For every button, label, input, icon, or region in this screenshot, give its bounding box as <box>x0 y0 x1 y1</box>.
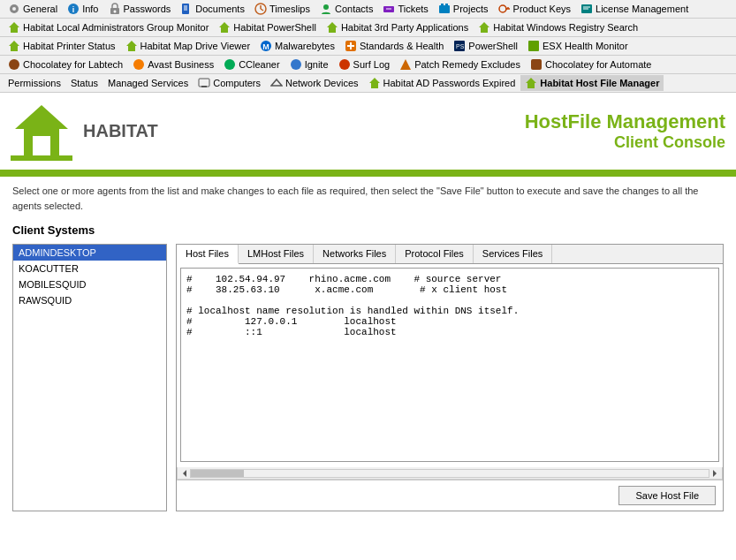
tab-protocol-files[interactable]: Protocol Files <box>396 245 474 263</box>
tab-bar: Host Files LMHost Files Networks Files P… <box>177 245 723 264</box>
client-list-item-admindesktop[interactable]: ADMINDESKTOP <box>13 245 166 261</box>
nav-malwarebytes[interactable]: M Malwarebytes <box>255 38 339 54</box>
nav-permissions[interactable]: Permissions <box>4 76 65 90</box>
nav-habitat-printer-status[interactable]: Habitat Printer Status <box>4 38 120 54</box>
client-list: ADMINDESKTOP KOACUTTER MOBILESQUID RAWSQ… <box>12 244 167 511</box>
svg-point-1 <box>12 7 16 11</box>
client-list-item-rawsquid[interactable]: RAWSQUID <box>13 292 166 308</box>
nav-row-5: Permissions Status Managed Services Comp… <box>0 74 736 93</box>
title-main: HostFile Management <box>525 110 725 133</box>
scroll-track[interactable] <box>190 469 709 478</box>
main-content: Select one or more agents from the list … <box>0 177 736 518</box>
header: HABITAT HostFile Management Client Conso… <box>0 93 736 172</box>
file-editor-textarea[interactable] <box>180 268 719 462</box>
instruction-text: Select one or more agents from the list … <box>12 184 724 213</box>
scroll-right-icon[interactable] <box>709 468 720 479</box>
nav-row-3: Habitat Printer Status Habitat Map Drive… <box>0 37 736 56</box>
svg-marker-49 <box>369 78 380 88</box>
svg-marker-50 <box>526 78 536 88</box>
svg-point-42 <box>291 59 301 70</box>
scroll-thumb <box>191 470 244 477</box>
file-editor-area <box>177 264 723 467</box>
svg-text:i: i <box>72 5 75 14</box>
svg-marker-54 <box>183 470 186 477</box>
nav-general[interactable]: General <box>4 1 62 17</box>
nav-patch-remedy[interactable]: Patch Remedy Excludes <box>395 57 525 72</box>
svg-marker-29 <box>9 41 19 51</box>
nav-surf-log[interactable]: Surf Log <box>334 57 395 72</box>
svg-point-19 <box>499 5 506 12</box>
nav-managed-services[interactable]: Managed Services <box>103 76 193 90</box>
nav-passwords[interactable]: Passwords <box>104 1 176 17</box>
nav-habitat-powershell[interactable]: Habitat PowerShell <box>214 19 321 35</box>
nav-habitat-ad-passwords[interactable]: Habitat AD Passwords Expired <box>364 75 520 91</box>
nav-ignite[interactable]: Ignite <box>285 57 333 72</box>
nav-status[interactable]: Status <box>66 76 102 90</box>
svg-marker-44 <box>400 59 411 70</box>
nav-habitat-local-admin[interactable]: Habitat Local Administrators Group Monit… <box>4 19 213 35</box>
nav-chocolatey-automate[interactable]: Chocolatey for Automate <box>526 57 656 72</box>
tab-lmhost-files[interactable]: LMHost Files <box>239 245 314 263</box>
nav-standards-health[interactable]: Standards & Health <box>340 38 448 54</box>
title-sub: Client Console <box>525 133 725 152</box>
nav-tickets[interactable]: Tickets <box>378 1 432 17</box>
nav-esx-health[interactable]: ESX Health Monitor <box>523 38 633 54</box>
svg-rect-16 <box>439 5 450 13</box>
nav-license-management[interactable]: License Management <box>576 1 693 17</box>
file-editor-panel: Host Files LMHost Files Networks Files P… <box>176 244 724 511</box>
content-area: ADMINDESKTOP KOACUTTER MOBILESQUID RAWSQ… <box>12 244 724 511</box>
svg-marker-26 <box>219 22 230 33</box>
tab-host-files[interactable]: Host Files <box>177 245 239 264</box>
svg-rect-17 <box>441 4 444 6</box>
svg-point-43 <box>339 59 350 70</box>
nav-timeslips[interactable]: Timeslips <box>250 1 315 17</box>
nav-chocolatey-labtech[interactable]: Chocolatey for Labtech <box>4 57 127 72</box>
svg-marker-48 <box>271 79 282 86</box>
svg-marker-27 <box>327 22 338 33</box>
nav-habitat-windows-registry[interactable]: Habitat Windows Registry Search <box>474 19 642 35</box>
nav-projects[interactable]: Projects <box>434 1 493 17</box>
tab-networks-files[interactable]: Networks Files <box>314 245 396 263</box>
logo-house-icon <box>11 101 72 163</box>
svg-marker-25 <box>9 22 19 33</box>
nav-contacts[interactable]: Contacts <box>315 1 377 17</box>
nav-info[interactable]: i Info <box>63 1 102 17</box>
svg-rect-45 <box>531 59 542 70</box>
nav-habitat-map-drive[interactable]: Habitat Map Drive Viewer <box>121 38 255 54</box>
svg-text:M: M <box>262 42 269 51</box>
svg-marker-28 <box>479 22 489 33</box>
nav-habitat-3rd-party[interactable]: Habitat 3rd Party Applications <box>322 19 473 35</box>
logo-area: HABITAT <box>11 101 158 163</box>
svg-point-40 <box>133 59 144 70</box>
nav-powershell[interactable]: PS PowerShell <box>449 38 522 54</box>
bottom-bar: Save Host File <box>177 480 723 511</box>
nav-row-2: Habitat Local Administrators Group Monit… <box>0 19 736 37</box>
nav-avast[interactable]: Avast Business <box>128 57 218 72</box>
svg-marker-30 <box>126 41 137 51</box>
tab-services-files[interactable]: Services Files <box>474 245 552 263</box>
svg-rect-53 <box>11 155 72 161</box>
nav-computers[interactable]: Computers <box>193 75 265 91</box>
svg-marker-55 <box>713 470 717 477</box>
section-title: Client Systems <box>12 223 724 237</box>
nav-network-devices[interactable]: Network Devices <box>266 75 363 91</box>
client-list-item-mobilesquid[interactable]: MOBILESQUID <box>13 276 166 292</box>
horizontal-scrollbar[interactable] <box>177 467 723 480</box>
svg-line-12 <box>261 9 263 11</box>
scroll-left-icon[interactable] <box>179 468 190 479</box>
svg-point-13 <box>323 4 329 10</box>
nav-row-1: General i Info Passwords Documents Times… <box>0 0 736 19</box>
save-host-file-button[interactable]: Save Host File <box>618 486 716 505</box>
nav-ccleaner[interactable]: CCleaner <box>219 57 284 72</box>
svg-rect-52 <box>33 136 50 155</box>
svg-point-39 <box>9 59 19 70</box>
nav-habitat-host-file[interactable]: Habitat Host File Manager <box>520 75 664 91</box>
nav-product-keys[interactable]: Product Keys <box>494 1 575 17</box>
nav-row-4: Chocolatey for Labtech Avast Business CC… <box>0 56 736 74</box>
client-list-item-koacutter[interactable]: KOACUTTER <box>13 261 166 276</box>
svg-rect-6 <box>182 4 189 14</box>
title-area: HostFile Management Client Console <box>525 110 725 152</box>
logo-text: HABITAT <box>83 121 158 141</box>
svg-text:PS: PS <box>456 43 465 49</box>
nav-documents[interactable]: Documents <box>176 1 249 17</box>
